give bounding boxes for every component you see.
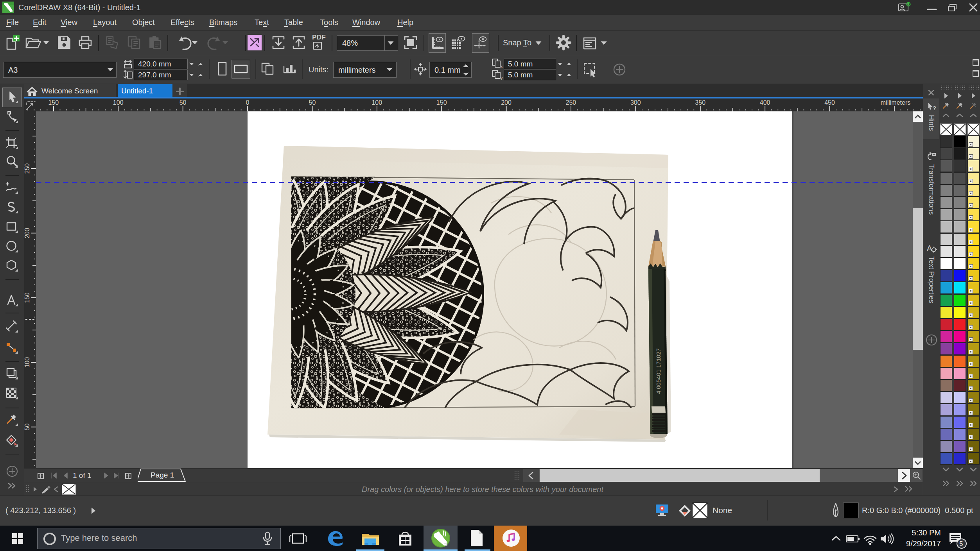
svg-text:150: 150 [48, 99, 59, 106]
svg-text:400: 400 [760, 99, 770, 106]
svg-text:100: 100 [372, 99, 382, 106]
svg-text:y: y [501, 75, 503, 80]
svg-text:4 005401 171027: 4 005401 171027 [655, 348, 662, 394]
svg-text:200: 200 [24, 228, 31, 238]
svg-text:A: A [927, 244, 932, 252]
svg-text:?: ? [933, 105, 936, 111]
svg-text:50: 50 [309, 99, 316, 106]
svg-text:250: 250 [566, 99, 576, 106]
svg-text:millimeters: millimeters [881, 99, 910, 106]
svg-text:x: x [501, 64, 503, 69]
svg-text:450: 450 [824, 99, 835, 106]
svg-text:50: 50 [24, 424, 31, 431]
svg-text:350: 350 [695, 99, 705, 106]
svg-text:50: 50 [179, 99, 187, 106]
svg-text:300: 300 [630, 99, 641, 106]
svg-text:150: 150 [436, 99, 447, 106]
svg-text:200: 200 [501, 99, 512, 106]
svg-text:150: 150 [24, 292, 31, 303]
svg-text:250: 250 [24, 163, 31, 174]
svg-text:0: 0 [246, 99, 249, 106]
svg-text:100: 100 [113, 99, 124, 106]
svg-text:100: 100 [24, 357, 31, 368]
